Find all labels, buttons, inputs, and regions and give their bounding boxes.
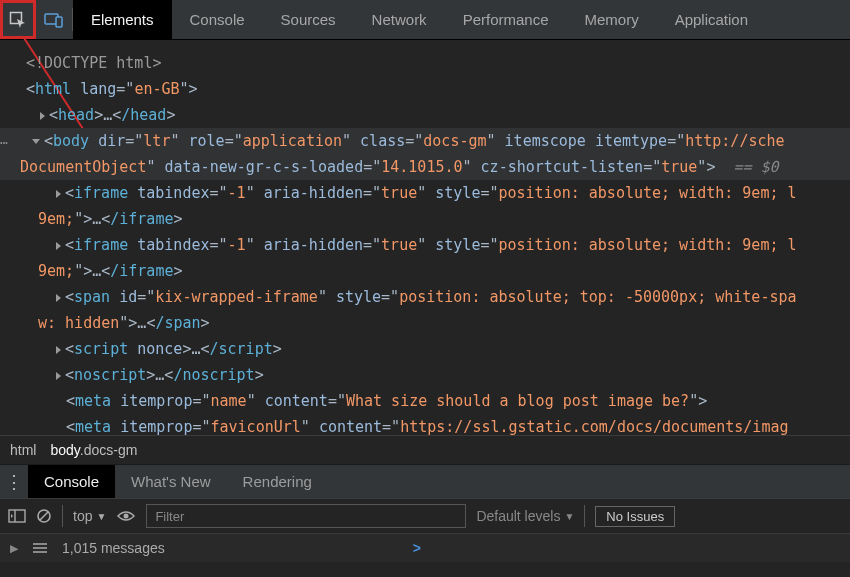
svg-point-7 xyxy=(124,514,129,519)
no-issues-button[interactable]: No Issues xyxy=(595,506,675,527)
drawer-tab-rendering[interactable]: Rendering xyxy=(227,465,328,498)
live-expression-button[interactable] xyxy=(116,510,136,522)
toggle-device-icon xyxy=(44,12,64,28)
dom-node-head[interactable]: <head>…</head> xyxy=(0,102,850,128)
chevron-down-icon: ▼ xyxy=(564,511,574,522)
dom-node-doctype[interactable]: <!DOCTYPE html> xyxy=(0,50,850,76)
separator xyxy=(62,505,63,527)
expand-caret[interactable] xyxy=(56,294,61,302)
dom-node-noscript[interactable]: <noscript>…</noscript> xyxy=(0,362,850,388)
list-icon xyxy=(32,542,48,554)
elements-dom-tree[interactable]: <!DOCTYPE html> <html lang="en-GB"> <hea… xyxy=(0,40,850,435)
filter-input[interactable] xyxy=(146,504,466,528)
dom-node-iframe-wrap[interactable]: 9em;">…</iframe> xyxy=(0,206,850,232)
dom-node-meta[interactable]: <meta itemprop="faviconUrl" content="htt… xyxy=(0,414,850,435)
sidebar-icon xyxy=(8,509,26,523)
eqzero: == $0 xyxy=(733,158,778,176)
expand-caret[interactable] xyxy=(56,242,61,250)
toggle-device-button[interactable] xyxy=(36,0,72,39)
tab-network[interactable]: Network xyxy=(354,0,445,39)
inspect-element-button[interactable] xyxy=(0,0,36,39)
drawer-menu-button[interactable]: ⋮ xyxy=(0,471,28,493)
tab-sources[interactable]: Sources xyxy=(263,0,354,39)
prompt-chevron-icon: > xyxy=(413,540,421,556)
eye-icon xyxy=(116,510,136,522)
devtools-toolbar: Elements Console Sources Network Perform… xyxy=(0,0,850,40)
dom-node-script[interactable]: <script nonce>…</script> xyxy=(0,336,850,362)
drawer-tab-console[interactable]: Console xyxy=(28,465,115,498)
breadcrumb: html body.docs-gm xyxy=(0,435,850,464)
dom-node-iframe[interactable]: <iframe tabindex="-1" aria-hidden="true"… xyxy=(0,232,850,258)
clear-icon xyxy=(36,508,52,524)
breadcrumb-item[interactable]: html xyxy=(10,442,36,458)
svg-rect-2 xyxy=(56,17,62,27)
tab-memory[interactable]: Memory xyxy=(567,0,657,39)
expand-caret[interactable] xyxy=(56,346,61,354)
inspect-element-icon xyxy=(9,11,27,29)
log-levels-selector[interactable]: Default levels▼ xyxy=(476,508,574,524)
toggle-sidebar-button[interactable] xyxy=(8,509,26,523)
tab-elements[interactable]: Elements xyxy=(73,0,172,39)
console-toolbar: top▼ Default levels▼ No Issues xyxy=(0,498,850,534)
dom-node-body-wrap[interactable]: DocumentObject" data-new-gr-c-s-loaded="… xyxy=(0,154,850,180)
breadcrumb-item[interactable]: body.docs-gm xyxy=(50,442,137,458)
expand-caret[interactable] xyxy=(32,139,40,144)
dom-node-span[interactable]: <span id="kix-wrapped-iframe" style="pos… xyxy=(0,284,850,310)
dom-node-span-wrap[interactable]: w: hidden">…</span> xyxy=(0,310,850,336)
console-body: ▶ 1,015 messages > xyxy=(0,534,850,562)
punc: > xyxy=(152,54,161,72)
gutter-dots: ⋯ xyxy=(0,132,8,154)
tab-console[interactable]: Console xyxy=(172,0,263,39)
messages-count[interactable]: 1,015 messages xyxy=(62,540,165,556)
expand-caret[interactable] xyxy=(56,190,61,198)
clear-console-button[interactable] xyxy=(36,508,52,524)
context-selector[interactable]: top▼ xyxy=(73,508,106,524)
drawer-tab-whatsnew[interactable]: What's New xyxy=(115,465,227,498)
dom-node-iframe-wrap[interactable]: 9em;">…</iframe> xyxy=(0,258,850,284)
expand-caret[interactable]: ▶ xyxy=(10,542,18,555)
expand-caret[interactable] xyxy=(56,372,61,380)
drawer-tabs: ⋮ Console What's New Rendering xyxy=(0,464,850,498)
svg-line-6 xyxy=(40,512,48,520)
dom-node-body[interactable]: ⋯ <body dir="ltr" role="application" cla… xyxy=(0,128,850,154)
punc: <! xyxy=(26,54,44,72)
separator xyxy=(584,505,585,527)
expand-caret[interactable] xyxy=(40,112,45,120)
tab-performance[interactable]: Performance xyxy=(445,0,567,39)
dom-node-html[interactable]: <html lang="en-GB"> xyxy=(0,76,850,102)
doctype-text: DOCTYPE html xyxy=(44,54,152,72)
dom-node-meta[interactable]: <meta itemprop="name" content="What size… xyxy=(0,388,850,414)
chevron-down-icon: ▼ xyxy=(96,511,106,522)
dom-node-iframe[interactable]: <iframe tabindex="-1" aria-hidden="true"… xyxy=(0,180,850,206)
tab-application[interactable]: Application xyxy=(657,0,766,39)
